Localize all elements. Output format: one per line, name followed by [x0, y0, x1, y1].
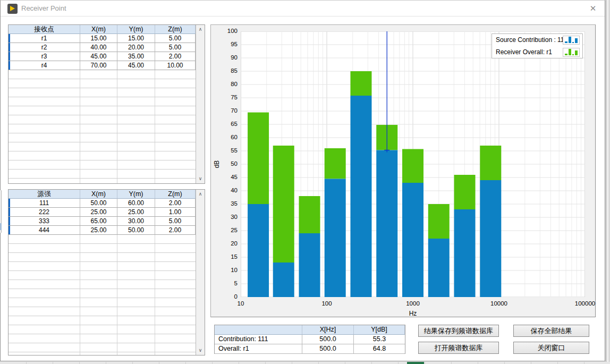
cell [117, 343, 155, 352]
close-window-button[interactable]: 关闭窗口 [513, 342, 589, 354]
cell[interactable]: 25.00 [80, 208, 117, 217]
empty-row [9, 289, 196, 298]
scroll-down-icon[interactable]: ∨ [196, 346, 205, 354]
cell[interactable]: 25.00 [80, 226, 117, 235]
overall-bars-icon [563, 48, 580, 57]
empty-row [9, 88, 196, 97]
cell [9, 325, 80, 334]
cell[interactable]: 35.00 [117, 52, 155, 61]
empty-row [9, 316, 196, 325]
y-tick-label: 80 [219, 81, 238, 87]
open-spectrum-db-button[interactable]: 打开频谱数据库 [418, 342, 499, 354]
save-all-results-button[interactable]: 保存全部结果 [513, 325, 589, 337]
cell [155, 179, 196, 183]
cell[interactable]: 20.00 [117, 43, 155, 52]
y-tick-label: 75 [219, 94, 238, 100]
cell[interactable]: 30.00 [117, 217, 155, 226]
scroll-up-icon[interactable]: ∧ [196, 190, 205, 198]
cell [9, 352, 80, 355]
empty-row [9, 179, 196, 183]
y-tick-label: 0 [219, 293, 238, 300]
cell [117, 244, 155, 253]
readout-header-y: Y[dB] [354, 325, 405, 335]
cell[interactable]: 5.00 [155, 217, 196, 226]
cell [9, 160, 80, 170]
cell[interactable]: 2.00 [155, 199, 196, 208]
cell[interactable]: r2 [9, 43, 80, 52]
scroll-up-icon[interactable]: ∧ [196, 26, 205, 33]
cell [80, 298, 117, 307]
cell[interactable]: r3 [9, 52, 80, 61]
cell[interactable]: 50.00 [117, 226, 155, 235]
cell[interactable]: 222 [9, 208, 80, 217]
window-title: Receiver Point [21, 4, 66, 12]
bar-overall-16 [248, 113, 269, 205]
bar-overall-31.5 [273, 146, 294, 263]
cell[interactable]: 2.00 [155, 52, 196, 61]
empty-row [9, 343, 196, 352]
bar-contribution-2000 [428, 239, 450, 297]
cell [9, 70, 80, 79]
readout-y-value: 64.8 [354, 344, 405, 354]
cell[interactable]: 333 [9, 217, 80, 226]
cell[interactable]: 111 [9, 199, 80, 208]
cell [80, 352, 117, 355]
cell[interactable]: 10.00 [155, 61, 196, 70]
source-table-scrollbar[interactable]: ∧ ∨ [196, 190, 205, 355]
legend-item-overall[interactable]: Receiver Overall: r1 [492, 46, 582, 58]
cell [155, 97, 196, 106]
receiver-points-grid[interactable]: 接收点X(m)Y(m)Z(m)r115.0015.005.00r240.0020… [9, 25, 196, 183]
cell [9, 280, 80, 289]
cell[interactable]: 45.00 [80, 52, 117, 61]
source-strength-grid[interactable]: 源强X(m)Y(m)Z(m)11150.0060.002.0022225.002… [9, 190, 196, 355]
empty-row [9, 262, 196, 271]
table-row[interactable]: 11150.0060.002.00 [9, 199, 196, 208]
cell[interactable]: 65.00 [80, 217, 117, 226]
cell[interactable]: 5.00 [155, 34, 196, 43]
table-row[interactable]: 44425.0050.002.00 [9, 226, 196, 235]
cell [80, 115, 117, 124]
table-row[interactable]: r115.0015.005.00 [9, 34, 196, 43]
cell [117, 88, 155, 97]
cursor-readout-table: X[Hz] Y[dB] Contribution: 111 500.0 55.3… [214, 325, 405, 354]
table-row[interactable]: r470.0045.0010.00 [9, 61, 196, 70]
cell [80, 179, 117, 183]
cell[interactable]: 15.00 [117, 34, 155, 43]
empty-row [9, 271, 196, 280]
cell[interactable]: r1 [9, 34, 80, 43]
cell [9, 97, 80, 106]
close-icon[interactable]: ✕ [586, 3, 600, 14]
y-tick-label: 35 [219, 200, 238, 207]
cell[interactable]: 5.00 [155, 43, 196, 52]
cell[interactable]: 444 [9, 226, 80, 235]
table-row[interactable]: 22225.0025.001.00 [9, 208, 196, 217]
bar-contribution-8000 [480, 180, 501, 297]
cell[interactable]: 25.00 [117, 208, 155, 217]
cell [80, 244, 117, 253]
table-row[interactable]: r240.0020.005.00 [9, 43, 196, 52]
cell[interactable]: 40.00 [80, 43, 117, 52]
cell [80, 343, 117, 352]
save-results-to-spectrum-db-button[interactable]: 结果保存到频谱数据库 [418, 325, 499, 337]
cell[interactable]: 2.00 [155, 226, 196, 235]
cell[interactable]: 60.00 [117, 199, 155, 208]
cell[interactable]: r4 [9, 61, 80, 70]
cell[interactable]: 70.00 [80, 61, 117, 70]
cell [80, 334, 117, 343]
table-row[interactable]: 33365.0030.005.00 [9, 217, 196, 226]
chart-plot-area[interactable] [241, 31, 585, 297]
receiver-table-scrollbar[interactable]: ∧ ∨ [196, 25, 205, 183]
table-row[interactable]: r345.0035.002.00 [9, 52, 196, 61]
cell [117, 170, 155, 179]
legend-item-contribution[interactable]: Source Contribution : 111 [492, 34, 582, 46]
cell[interactable]: 15.00 [80, 34, 117, 43]
cell[interactable]: 1.00 [155, 208, 196, 217]
bar-contribution-125 [325, 179, 346, 298]
cell [9, 343, 80, 352]
scroll-down-icon[interactable]: ∨ [196, 175, 205, 183]
cell[interactable]: 50.00 [80, 199, 117, 208]
cell [155, 142, 196, 151]
empty-row [9, 170, 196, 179]
cell: Z(m) [155, 25, 196, 34]
cell[interactable]: 45.00 [117, 61, 155, 70]
